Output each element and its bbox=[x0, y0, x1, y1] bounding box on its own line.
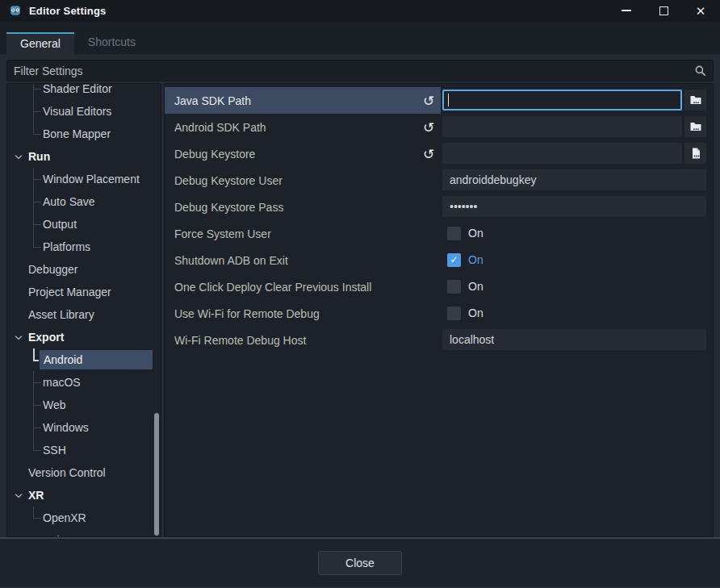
checkmark-icon: ✓ bbox=[450, 255, 458, 265]
text-input[interactable]: localhost bbox=[442, 329, 706, 350]
tree-item-ssh[interactable]: SSH bbox=[7, 439, 161, 461]
setting-row-one-click-deploy-clear-previous-install: One Click Deploy Clear Previous InstallO… bbox=[165, 273, 713, 300]
filter-settings-input[interactable] bbox=[14, 65, 689, 77]
setting-value-cell: ✓On bbox=[441, 247, 713, 273]
chevron-down-icon bbox=[14, 152, 23, 161]
sidebar-scrollbar-thumb[interactable] bbox=[154, 413, 159, 536]
search-icon bbox=[694, 65, 706, 77]
setting-label-cell[interactable]: Debug Keystore↺ bbox=[165, 140, 441, 167]
tab-general[interactable]: General bbox=[6, 32, 74, 54]
password-input[interactable]: ••••••• bbox=[442, 196, 706, 217]
checkbox-use-wi-fi-for-remote-debug[interactable] bbox=[447, 307, 461, 320]
window-title: Editor Settings bbox=[29, 5, 106, 17]
checkbox-one-click-deploy-clear-previous-install[interactable] bbox=[447, 280, 461, 294]
tree-item-project-manager[interactable]: Project Manager bbox=[7, 281, 161, 303]
checkbox-force-system-user[interactable] bbox=[447, 227, 461, 240]
setting-label-cell[interactable]: Use Wi-Fi for Remote Debug bbox=[165, 300, 441, 327]
tree-item-macos[interactable]: macOS bbox=[7, 371, 161, 394]
tree-item-label: Bone Mapper bbox=[43, 127, 111, 140]
close-window-button[interactable]: ✕ bbox=[694, 4, 707, 17]
setting-label-cell[interactable]: Wi-Fi Remote Debug Host bbox=[165, 327, 441, 353]
tree-item-label: Platforms bbox=[43, 240, 90, 253]
filter-settings-box bbox=[6, 60, 714, 81]
tree-item-label: XR bbox=[28, 489, 44, 502]
setting-label-cell[interactable]: Java SDK Path↺ bbox=[165, 87, 441, 114]
tab-shortcuts[interactable]: Shortcuts bbox=[74, 32, 149, 54]
tree-item-bone-mapper[interactable]: Bone Mapper bbox=[7, 123, 161, 145]
revert-icon[interactable]: ↺ bbox=[420, 119, 437, 136]
tree-item-auto-save[interactable]: Auto Save bbox=[7, 190, 161, 213]
tree-item-visual-editors[interactable]: Visual Editors bbox=[7, 100, 161, 123]
setting-row-android-sdk-path: Android SDK Path↺ bbox=[165, 114, 713, 140]
setting-row-debug-keystore: Debug Keystore↺ bbox=[165, 140, 713, 167]
file-icon bbox=[689, 147, 702, 160]
browse-button[interactable] bbox=[684, 143, 706, 164]
close-button[interactable]: Close bbox=[318, 551, 402, 575]
setting-label: Debug Keystore User bbox=[174, 174, 441, 187]
text-input[interactable] bbox=[442, 90, 682, 111]
setting-label-cell[interactable]: Debug Keystore User bbox=[165, 167, 441, 194]
setting-label-cell[interactable]: One Click Deploy Clear Previous Install bbox=[165, 273, 441, 300]
tree-item-output[interactable]: Output bbox=[7, 213, 161, 236]
tree-item-metadata[interactable]: Metadata bbox=[7, 529, 161, 537]
setting-label: Android SDK Path bbox=[174, 121, 420, 134]
tree-item-openxr[interactable]: OpenXR bbox=[7, 507, 161, 529]
text-input[interactable]: androiddebugkey bbox=[442, 169, 706, 190]
revert-icon[interactable]: ↺ bbox=[420, 145, 437, 163]
tree-item-label: Windows bbox=[43, 421, 89, 434]
tree-item-window-placement[interactable]: Window Placement bbox=[7, 168, 161, 190]
minimize-button[interactable] bbox=[620, 4, 633, 17]
tree-item-label: Output bbox=[43, 218, 77, 231]
tree-item-xr[interactable]: XR bbox=[7, 484, 161, 507]
chevron-down-icon bbox=[14, 332, 23, 342]
setting-value-cell: androiddebugkey bbox=[441, 167, 713, 194]
tree-item-label: macOS bbox=[43, 376, 81, 389]
setting-label: One Click Deploy Clear Previous Install bbox=[174, 281, 441, 294]
tree-item-label: Auto Save bbox=[43, 195, 95, 208]
setting-value-cell bbox=[441, 140, 713, 167]
maximize-button[interactable] bbox=[657, 4, 670, 17]
setting-label: Use Wi-Fi for Remote Debug bbox=[174, 307, 441, 320]
setting-row-debug-keystore-pass: Debug Keystore Pass••••••• bbox=[165, 194, 713, 220]
tree-item-shader-editor[interactable]: Shader Editor bbox=[7, 83, 161, 100]
setting-value-cell: On bbox=[441, 273, 713, 300]
input-value: localhost bbox=[450, 333, 494, 346]
tree-item-run[interactable]: Run bbox=[7, 145, 161, 168]
setting-label: Shutdown ADB on Exit bbox=[174, 254, 441, 267]
maximize-icon bbox=[659, 6, 668, 15]
setting-label: Force System User bbox=[174, 227, 441, 240]
text-input[interactable] bbox=[442, 143, 682, 164]
browse-button[interactable] bbox=[684, 90, 706, 111]
text-input[interactable] bbox=[442, 116, 682, 137]
browse-button[interactable] bbox=[684, 116, 706, 137]
setting-row-debug-keystore-user: Debug Keystore Userandroiddebugkey bbox=[165, 167, 713, 194]
tree-item-export[interactable]: Export bbox=[7, 326, 161, 348]
tree-item-platforms[interactable]: Platforms bbox=[7, 236, 161, 258]
setting-label: Debug Keystore Pass bbox=[174, 201, 441, 214]
folder-icon bbox=[689, 94, 702, 106]
tree-item-label: Export bbox=[28, 331, 64, 344]
setting-row-force-system-user: Force System UserOn bbox=[165, 220, 713, 247]
setting-label-cell[interactable]: Force System User bbox=[165, 220, 441, 247]
checkbox-state-label: On bbox=[468, 227, 483, 240]
tree-item-web[interactable]: Web bbox=[7, 394, 161, 416]
tree-item-label: Asset Library bbox=[28, 308, 94, 321]
setting-label: Wi-Fi Remote Debug Host bbox=[174, 334, 441, 347]
tree-item-version-control[interactable]: Version Control bbox=[7, 461, 161, 484]
tree-item-debugger[interactable]: Debugger bbox=[7, 258, 161, 281]
setting-label-cell[interactable]: Android SDK Path↺ bbox=[165, 114, 441, 140]
tree-item-android[interactable]: Android bbox=[7, 348, 161, 371]
settings-list-panel: Java SDK Path↺Android SDK Path↺Debug Key… bbox=[164, 83, 714, 537]
checkbox-shutdown-adb-on-exit[interactable]: ✓ bbox=[447, 253, 461, 267]
tree-item-windows[interactable]: Windows bbox=[7, 416, 161, 439]
setting-label-cell[interactable]: Debug Keystore Pass bbox=[165, 194, 441, 220]
tree-item-label: Visual Editors bbox=[43, 105, 111, 118]
setting-label: Java SDK Path bbox=[174, 94, 420, 107]
setting-label-cell[interactable]: Shutdown ADB on Exit bbox=[165, 247, 441, 273]
revert-icon[interactable]: ↺ bbox=[420, 92, 437, 110]
folder-icon bbox=[689, 120, 702, 133]
tree-item-asset-library[interactable]: Asset Library bbox=[7, 303, 161, 326]
setting-value-cell: ••••••• bbox=[441, 194, 713, 220]
checkbox-state-label: On bbox=[468, 307, 483, 319]
tree-item-label: Window Placement bbox=[43, 173, 140, 186]
